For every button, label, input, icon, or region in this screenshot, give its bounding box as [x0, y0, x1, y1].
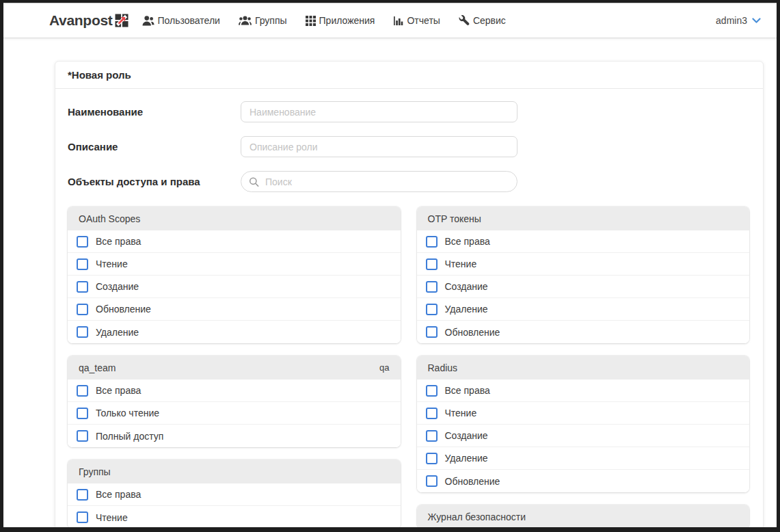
panel-header: OTP токены [417, 207, 750, 230]
checkbox[interactable] [77, 281, 88, 293]
checkbox[interactable] [77, 236, 88, 248]
checkbox[interactable] [426, 385, 438, 397]
permission-label: Удаление [96, 327, 139, 338]
checkbox[interactable] [426, 408, 438, 419]
nav-label: Приложения [319, 15, 375, 26]
search-input[interactable] [241, 171, 517, 192]
permission-row[interactable]: Создание [68, 276, 401, 298]
app-window: Avanpost [0, 0, 780, 532]
panel-title: qa_team [79, 362, 116, 373]
panel-rows: Все права Чтение [68, 230, 401, 343]
permissions-panel: Журнал безопасности [417, 505, 750, 529]
checkbox[interactable] [77, 304, 88, 315]
checkbox[interactable] [426, 475, 438, 487]
permission-row[interactable]: Чтение [417, 402, 750, 425]
checkbox[interactable] [77, 489, 88, 501]
nav-item-reports[interactable]: Отчеты [393, 15, 440, 26]
brand-logo[interactable]: Avanpost [49, 12, 129, 29]
checkbox[interactable] [426, 236, 438, 248]
permission-row[interactable]: Все права [417, 230, 750, 253]
panel-title: Журнал безопасности [428, 511, 526, 522]
permission-row[interactable]: Все права [68, 380, 401, 402]
permission-label: Все права [445, 236, 490, 247]
form-row-access: Объекты доступа и права [68, 171, 749, 192]
users-group-icon [239, 16, 252, 25]
top-navbar: Avanpost [3, 3, 777, 38]
chevron-down-icon [752, 18, 761, 24]
checkbox[interactable] [426, 430, 438, 442]
permission-row[interactable]: Чтение [68, 506, 401, 529]
checkbox[interactable] [77, 258, 88, 270]
permission-label: Чтение [96, 512, 128, 523]
permission-label: Удаление [445, 453, 488, 464]
checkbox[interactable] [426, 281, 438, 293]
permission-row[interactable]: Удаление [417, 298, 750, 321]
permission-label: Обновление [445, 476, 500, 487]
permission-row[interactable]: Полный доступ [68, 425, 401, 447]
checkbox[interactable] [77, 385, 88, 397]
permissions-panel: OTP токены Все права [417, 207, 750, 343]
panel-rows: Все права Чтение [417, 230, 750, 343]
permissions-panel: qa_team qa Все права [68, 356, 401, 447]
wrench-icon [459, 15, 470, 26]
permissions-column-left: OAuth Scopes Все права [68, 207, 401, 529]
permission-row[interactable]: Все права [68, 483, 401, 506]
nav-item-service[interactable]: Сервис [459, 15, 506, 26]
avanpost-logo-icon [115, 14, 129, 27]
form-row-description: Описание [68, 136, 749, 157]
permission-row[interactable]: Удаление [68, 321, 401, 343]
permission-row[interactable]: Чтение [68, 253, 401, 276]
panel-meta: qa [379, 362, 389, 373]
permissions-panel: Radius Все права [417, 356, 750, 492]
permission-row[interactable]: Все права [417, 380, 750, 402]
permissions-panel: Группы Все права [68, 460, 401, 529]
panel-title: OTP токены [428, 213, 481, 224]
panel-title: OAuth Scopes [79, 213, 140, 224]
permission-row[interactable]: Чтение [417, 253, 750, 276]
nav-label: Отчеты [407, 15, 440, 26]
permission-row[interactable]: Создание [417, 425, 750, 447]
panel-header: Radius [417, 356, 750, 380]
access-objects-label: Объекты доступа и права [68, 176, 241, 187]
panel-header: qa_team qa [68, 356, 401, 380]
panel-header: OAuth Scopes [68, 207, 401, 230]
checkbox[interactable] [426, 326, 438, 338]
permission-row[interactable]: Только чтение [68, 402, 401, 425]
search-wrap [241, 171, 517, 192]
permission-row[interactable]: Обновление [68, 298, 401, 321]
checkbox[interactable] [426, 258, 438, 270]
permission-row[interactable]: Удаление [417, 447, 750, 470]
permissions-panel: OAuth Scopes Все права [68, 207, 401, 343]
permission-label: Чтение [445, 408, 477, 418]
card-title: *Новая роль [55, 62, 763, 89]
permission-label: Полный доступ [96, 431, 163, 442]
nav-item-groups[interactable]: Группы [239, 15, 287, 26]
permission-row[interactable]: Все права [68, 230, 401, 253]
checkbox[interactable] [77, 511, 88, 523]
nav-item-users[interactable]: Пользователи [142, 15, 220, 26]
user-menu[interactable]: admin3 [716, 15, 761, 26]
checkbox[interactable] [77, 326, 88, 338]
nav-label: Пользователи [158, 15, 220, 26]
checkbox[interactable] [77, 430, 88, 442]
permission-label: Обновление [96, 304, 151, 315]
name-label: Наименование [68, 106, 241, 118]
nav-item-applications[interactable]: Приложения [306, 15, 375, 26]
checkbox[interactable] [426, 304, 438, 315]
checkbox[interactable] [426, 453, 438, 464]
description-input[interactable] [241, 136, 517, 157]
permissions-grid: OAuth Scopes Все права [68, 207, 749, 529]
permission-label: Все права [96, 385, 141, 396]
user-icon [142, 16, 154, 26]
new-role-card: *Новая роль Наименование Описание Объект… [55, 61, 764, 532]
name-input[interactable] [241, 101, 517, 122]
permission-row[interactable]: Обновление [417, 470, 750, 492]
card-body: Наименование Описание Объекты доступа и … [55, 89, 763, 532]
permission-row[interactable]: Создание [417, 276, 750, 298]
permission-row[interactable]: Обновление [417, 321, 750, 343]
panel-rows: Все права Чтение [417, 380, 750, 492]
search-icon [249, 176, 259, 187]
bar-chart-icon [393, 16, 403, 26]
permission-label: Создание [445, 430, 488, 441]
checkbox[interactable] [77, 408, 88, 419]
